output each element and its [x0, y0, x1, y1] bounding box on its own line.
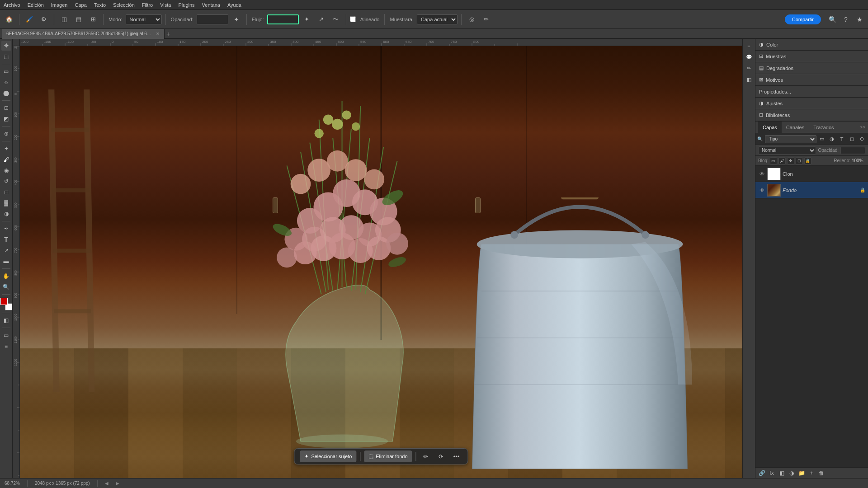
flow-icon-btn[interactable]: ✦: [301, 13, 313, 26]
select-subject-btn[interactable]: ✦ Seleccionar sujeto: [300, 450, 356, 462]
menu-capa[interactable]: Capa: [75, 2, 86, 8]
airbrush-btn[interactable]: ✦: [230, 13, 243, 26]
aligned-checkbox[interactable]: [350, 16, 356, 22]
tool5-btn[interactable]: ⊞: [87, 13, 99, 26]
menu-ayuda[interactable]: Ayuda: [227, 2, 241, 8]
layer-group-btn[interactable]: 📁: [797, 469, 806, 478]
delete-layer-btn[interactable]: 🗑: [817, 469, 826, 478]
layer-item-fondo[interactable]: 👁 Fondo 🔒: [755, 182, 868, 198]
brush-tool-btn[interactable]: 🖌️: [23, 13, 36, 26]
swatches-panel-row[interactable]: ⊞ Muestras: [755, 51, 868, 62]
slice-tool[interactable]: ◩: [1, 114, 11, 124]
lock-position-btn[interactable]: ✥: [787, 157, 794, 164]
extra-tools-btn[interactable]: ≡: [1, 341, 11, 351]
eraser-tool[interactable]: ◻: [1, 187, 11, 197]
menu-archivo[interactable]: Archivo: [4, 2, 20, 8]
gradient-tool[interactable]: ▓: [1, 198, 11, 208]
artboard-tool[interactable]: ⬚: [1, 52, 11, 61]
help-btn[interactable]: ?: [840, 14, 852, 25]
dodge-tool[interactable]: ◑: [1, 209, 11, 219]
capas-tab[interactable]: Capas: [758, 122, 782, 133]
layer-filter-type[interactable]: T: [837, 135, 846, 144]
lock-all-btn[interactable]: 🔒: [804, 157, 811, 164]
quick-select-tool[interactable]: ⬤: [1, 88, 11, 98]
layer-opacity-input[interactable]: 100%: [840, 147, 865, 154]
tool3-btn[interactable]: ◫: [58, 13, 71, 26]
angle-btn[interactable]: ↗: [315, 13, 328, 26]
layer-item-clon[interactable]: 👁 Clon: [755, 166, 868, 182]
arrow-left[interactable]: ◀: [105, 481, 108, 486]
bottom-tool2[interactable]: ⟳: [435, 450, 447, 462]
right-panel-icon1[interactable]: ≡: [744, 41, 754, 51]
lock-transparency-btn[interactable]: ▭: [770, 157, 777, 164]
remove-bg-btn[interactable]: ⬚ Eliminar fondo: [364, 450, 412, 462]
hand-tool[interactable]: ✋: [1, 271, 11, 281]
quick-mask-btn[interactable]: ◧: [1, 315, 11, 325]
marquee-tool[interactable]: ▭: [1, 66, 11, 76]
visibility-clon[interactable]: 👁: [758, 170, 765, 178]
menu-plugins[interactable]: Plugins: [178, 2, 194, 8]
share-button[interactable]: Compartir: [785, 14, 821, 24]
brush-tool[interactable]: 🖌: [1, 155, 11, 164]
home-button[interactable]: 🏠: [3, 13, 15, 26]
layers-filter-dropdown[interactable]: Tipo: [765, 135, 816, 143]
layer-filter-adjust[interactable]: ◑: [827, 135, 836, 144]
layer-adjust-btn[interactable]: ◑: [787, 469, 796, 478]
layer-effects-btn[interactable]: fx: [767, 469, 776, 478]
menu-edicion[interactable]: Edición: [28, 2, 44, 8]
canales-tab[interactable]: Canales: [782, 122, 809, 133]
bottom-tool1[interactable]: ✏: [420, 450, 432, 462]
extra-btn1[interactable]: ◎: [465, 13, 478, 26]
layer-filter-pixel[interactable]: ▭: [817, 135, 826, 144]
heal-tool[interactable]: ✦: [1, 144, 11, 154]
canvas-area[interactable]: ✦ Seleccionar sujeto ⬚ Eliminar fondo ✏ …: [20, 46, 742, 478]
pen-tool[interactable]: ✒: [1, 224, 11, 234]
screen-mode-btn[interactable]: ▭: [1, 330, 11, 340]
adjustments-panel-row[interactable]: ◑ Ajustes: [755, 98, 868, 109]
foreground-color-swatch[interactable]: [0, 298, 8, 305]
shape-tool[interactable]: ▬: [1, 256, 11, 266]
layer-filter-smart[interactable]: ⊕: [857, 135, 866, 144]
zoom-tool[interactable]: 🔍: [1, 282, 11, 292]
new-tab-btn[interactable]: +: [166, 30, 170, 38]
color-panel-row[interactable]: ◑ Color: [755, 39, 868, 51]
lock-artboard-btn[interactable]: ⊡: [796, 157, 803, 164]
gradients-panel-row[interactable]: ▤ Degradados: [755, 62, 868, 74]
right-panel-icon4[interactable]: ◧: [744, 75, 754, 84]
link-layers-btn[interactable]: 🔗: [757, 469, 766, 478]
move-tool[interactable]: ✥: [1, 41, 11, 51]
color-swatches[interactable]: [0, 298, 12, 310]
trazados-tab[interactable]: Trazados: [809, 122, 838, 133]
arrow-right[interactable]: ▶: [116, 481, 119, 486]
settings-tool-btn[interactable]: ⚙: [38, 13, 50, 26]
clone-stamp-tool[interactable]: ◉: [1, 165, 11, 175]
layer-mode-select[interactable]: Normal: [758, 146, 816, 155]
history-brush-tool[interactable]: ↺: [1, 176, 11, 186]
smoothing-btn[interactable]: 〜: [330, 13, 342, 26]
layer-mask-btn[interactable]: ◧: [777, 469, 786, 478]
eyedropper-tool[interactable]: ⊕: [1, 129, 11, 139]
search-btn[interactable]: 🔍: [826, 14, 838, 25]
menu-seleccion[interactable]: Selección: [113, 2, 135, 8]
lock-image-btn[interactable]: 🖌: [778, 157, 786, 164]
visibility-fondo[interactable]: 👁: [758, 187, 765, 194]
menu-imagen[interactable]: Imagen: [51, 2, 68, 8]
discover-btn[interactable]: ★: [854, 14, 865, 25]
document-tab[interactable]: 6EF4ACF9-9E45-4B9A-AE29-570FB612656C-204…: [2, 29, 165, 39]
menu-ventana[interactable]: Ventana: [202, 2, 220, 8]
properties-panel-row[interactable]: Propiedades...: [755, 86, 868, 98]
right-panel-icon3[interactable]: ✏: [744, 63, 754, 73]
tab-close[interactable]: ✕: [156, 31, 160, 36]
new-layer-btn[interactable]: +: [807, 469, 816, 478]
libraries-panel-row[interactable]: ⊟ Bibliotecas: [755, 109, 868, 121]
type-tool[interactable]: T: [1, 235, 11, 244]
extra-btn2[interactable]: ✏: [480, 13, 492, 26]
menu-filtro[interactable]: Filtro: [142, 2, 153, 8]
flow-input[interactable]: 100%: [267, 14, 299, 24]
tool4-btn[interactable]: ▤: [72, 13, 85, 26]
layers-panel-expand[interactable]: >>: [860, 125, 865, 130]
right-panel-icon2[interactable]: 💬: [744, 52, 754, 62]
opacity-input[interactable]: 100%: [197, 14, 228, 24]
menu-texto[interactable]: Texto: [94, 2, 106, 8]
crop-tool[interactable]: ⊡: [1, 103, 11, 113]
